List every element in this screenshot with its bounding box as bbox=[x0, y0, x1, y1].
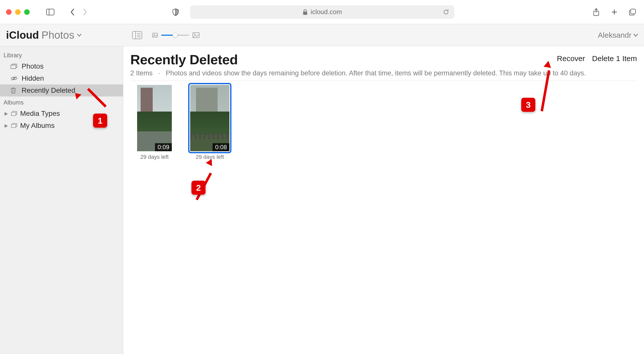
svg-point-14 bbox=[153, 34, 154, 35]
sidebar-group-label: Media Types bbox=[20, 110, 60, 118]
subtitle-row: 2 Items · Photos and videos show the day… bbox=[130, 69, 637, 81]
back-button[interactable] bbox=[67, 7, 78, 18]
annotation-callout-2: 2 bbox=[191, 181, 206, 195]
fullscreen-window-button[interactable] bbox=[24, 9, 30, 15]
user-menu[interactable]: Aleksandr bbox=[598, 31, 638, 39]
separator: · bbox=[158, 69, 160, 77]
lock-icon bbox=[303, 9, 308, 15]
main-area: Library Photos Hidden Recently Deleted A… bbox=[0, 46, 644, 354]
page-title: Recently Deleted bbox=[130, 52, 238, 67]
days-left-caption: 29 days left bbox=[140, 154, 169, 160]
sidebar-toggle-icon[interactable] bbox=[45, 7, 56, 18]
video-thumbnail-selected[interactable]: 0:08 bbox=[190, 85, 229, 151]
share-icon[interactable] bbox=[591, 7, 602, 18]
svg-rect-25 bbox=[11, 112, 16, 116]
chevron-down-icon bbox=[77, 33, 82, 37]
svg-point-16 bbox=[194, 33, 195, 35]
browser-toolbar: icloud.com bbox=[0, 0, 644, 24]
new-tab-icon[interactable] bbox=[609, 7, 620, 18]
sidebar-item-label: Hidden bbox=[22, 74, 44, 82]
svg-rect-18 bbox=[11, 65, 16, 69]
annotation-arrowhead bbox=[544, 60, 552, 68]
recover-button[interactable]: Recover bbox=[557, 54, 585, 63]
privacy-shield-icon[interactable] bbox=[170, 7, 181, 18]
forward-button[interactable] bbox=[79, 7, 91, 18]
zoom-small-icon bbox=[152, 33, 158, 37]
thumbnail-item[interactable]: 0:09 29 days left bbox=[134, 85, 175, 160]
video-duration-badge: 0:08 bbox=[213, 143, 229, 151]
chevron-down-icon bbox=[633, 34, 638, 37]
sidebar: Library Photos Hidden Recently Deleted A… bbox=[0, 46, 123, 354]
window-controls bbox=[6, 9, 30, 15]
svg-line-22 bbox=[13, 90, 13, 92]
thumbnail-grid: 0:09 29 days left 0:08 29 days left bbox=[130, 81, 637, 164]
app-toolbar: iCloud Photos Aleksandr bbox=[0, 24, 644, 46]
thumbnail-item[interactable]: 0:08 29 days left bbox=[189, 85, 230, 160]
svg-line-23 bbox=[14, 90, 14, 92]
annotation-callout-3: 3 bbox=[521, 98, 535, 112]
sidebar-item-label: Photos bbox=[22, 62, 44, 70]
sidebar-group-label: My Albums bbox=[20, 122, 55, 130]
url-text: icloud.com bbox=[311, 8, 342, 16]
page-description: Photos and videos show the days remainin… bbox=[166, 69, 586, 77]
zoom-large-icon bbox=[192, 32, 199, 38]
disclosure-triangle-icon: ▶ bbox=[5, 123, 8, 128]
slider-track[interactable] bbox=[161, 35, 189, 36]
sidebar-item-recently-deleted[interactable]: Recently Deleted bbox=[0, 84, 123, 96]
delete-button[interactable]: Delete 1 Item bbox=[592, 54, 637, 63]
view-mode-toggle[interactable] bbox=[132, 31, 142, 39]
app-brand[interactable]: iCloud Photos bbox=[6, 29, 82, 41]
reload-icon[interactable] bbox=[443, 9, 449, 15]
sidebar-item-photos[interactable]: Photos bbox=[0, 60, 123, 72]
stack-icon bbox=[11, 111, 17, 116]
video-thumbnail[interactable]: 0:09 bbox=[137, 85, 172, 151]
video-duration-badge: 0:09 bbox=[155, 143, 172, 151]
close-window-button[interactable] bbox=[6, 9, 12, 15]
brand-app: iCloud bbox=[6, 29, 39, 41]
slider-thumb[interactable] bbox=[173, 33, 178, 38]
photos-icon bbox=[11, 64, 18, 69]
sidebar-item-label: Recently Deleted bbox=[22, 86, 75, 94]
stack-icon bbox=[11, 123, 17, 128]
minimize-window-button[interactable] bbox=[15, 9, 21, 15]
trash-icon bbox=[11, 87, 18, 94]
annotation-callout-1: 1 bbox=[93, 114, 107, 128]
user-name: Aleksandr bbox=[598, 31, 631, 39]
address-bar[interactable]: icloud.com bbox=[190, 5, 454, 19]
hidden-icon bbox=[11, 76, 18, 81]
svg-rect-0 bbox=[47, 9, 54, 15]
disclosure-triangle-icon: ▶ bbox=[5, 111, 8, 116]
svg-rect-27 bbox=[11, 124, 16, 128]
tabs-overview-icon[interactable] bbox=[627, 7, 638, 18]
sidebar-section-library: Library bbox=[0, 49, 123, 60]
sidebar-item-hidden[interactable]: Hidden bbox=[0, 72, 123, 84]
item-count: 2 Items bbox=[130, 69, 153, 77]
thumbnail-zoom-slider[interactable] bbox=[152, 32, 199, 38]
svg-rect-2 bbox=[303, 12, 307, 15]
content-area: Recently Deleted Recover Delete 1 Item 2… bbox=[123, 46, 644, 354]
brand-section: Photos bbox=[42, 29, 74, 41]
svg-rect-7 bbox=[631, 9, 635, 14]
